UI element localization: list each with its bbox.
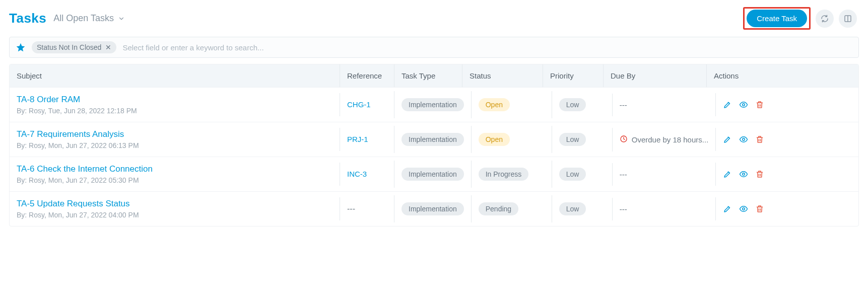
filter-dropdown[interactable]: All Open Tasks xyxy=(53,13,125,24)
view-icon[interactable] xyxy=(739,170,748,179)
create-task-button[interactable]: Create Task xyxy=(747,10,807,27)
task-due-by: --- xyxy=(620,101,627,109)
delete-icon[interactable] xyxy=(755,100,764,109)
edit-icon[interactable] xyxy=(723,100,732,109)
delete-icon[interactable] xyxy=(755,170,764,179)
svg-point-4 xyxy=(743,138,745,141)
task-byline: By: Rosy, Mon, Jun 27, 2022 06:13 PM xyxy=(17,141,332,149)
create-task-highlight: Create Task xyxy=(743,7,811,30)
columns-icon xyxy=(843,14,852,23)
task-reference[interactable]: PRJ-1 xyxy=(347,135,368,143)
search-input[interactable]: Select field or enter a keyword to searc… xyxy=(122,43,852,52)
task-status-pill: Pending xyxy=(479,202,518,215)
filter-chip-remove[interactable]: ✕ xyxy=(105,43,111,51)
filter-chip-status[interactable]: Status Not In Closed ✕ xyxy=(32,41,116,53)
task-status-pill: Open xyxy=(479,98,510,111)
task-priority-pill: Low xyxy=(559,168,586,181)
refresh-button[interactable] xyxy=(816,10,834,28)
view-icon[interactable] xyxy=(739,204,748,213)
task-table: Subject Reference Task Type Status Prior… xyxy=(9,64,859,226)
edit-icon[interactable] xyxy=(723,170,732,179)
task-priority-pill: Low xyxy=(559,133,586,146)
edit-icon[interactable] xyxy=(723,135,732,144)
col-subject[interactable]: Subject xyxy=(10,64,340,87)
columns-button[interactable] xyxy=(839,10,857,28)
table-row: TA-8 Order RAMBy: Rosy, Tue, Jun 28, 202… xyxy=(10,87,858,122)
task-reference: --- xyxy=(347,204,355,213)
page-header: Tasks All Open Tasks Create Task xyxy=(0,0,868,35)
delete-icon[interactable] xyxy=(755,204,764,213)
svg-point-5 xyxy=(742,173,745,176)
view-icon[interactable] xyxy=(739,100,748,109)
table-header: Subject Reference Task Type Status Prior… xyxy=(10,64,858,87)
task-priority-pill: Low xyxy=(559,98,586,111)
task-due-by: --- xyxy=(620,205,627,213)
task-priority-pill: Low xyxy=(559,202,586,215)
view-icon[interactable] xyxy=(739,135,748,144)
task-byline: By: Rosy, Mon, Jun 27, 2022 04:00 PM xyxy=(17,211,332,219)
task-subject-link[interactable]: TA-6 Check the Internet Connection xyxy=(17,164,332,174)
task-byline: By: Rosy, Mon, Jun 27, 2022 05:30 PM xyxy=(17,176,332,184)
task-byline: By: Rosy, Tue, Jun 28, 2022 12:18 PM xyxy=(17,107,332,115)
svg-point-6 xyxy=(742,208,745,210)
filter-dropdown-label: All Open Tasks xyxy=(53,13,114,24)
page-title: Tasks xyxy=(9,11,46,26)
task-reference[interactable]: INC-3 xyxy=(347,170,367,178)
task-subject-link[interactable]: TA-8 Order RAM xyxy=(17,95,332,105)
svg-point-2 xyxy=(742,104,745,106)
task-reference[interactable]: CHG-1 xyxy=(347,100,371,109)
task-subject-link[interactable]: TA-7 Requirements Analysis xyxy=(17,129,332,139)
table-row: TA-7 Requirements AnalysisBy: Rosy, Mon,… xyxy=(10,122,858,157)
chevron-down-icon xyxy=(118,15,125,22)
refresh-icon xyxy=(820,14,829,23)
task-status-pill: In Progress xyxy=(479,168,529,181)
search-bar[interactable]: Status Not In Closed ✕ Select field or e… xyxy=(9,37,859,58)
col-reference[interactable]: Reference xyxy=(340,64,394,87)
star-icon[interactable] xyxy=(16,42,26,52)
task-due-by: --- xyxy=(620,170,627,179)
task-type-pill: Implementation xyxy=(402,133,464,146)
table-row: TA-6 Check the Internet ConnectionBy: Ro… xyxy=(10,157,858,191)
task-type-pill: Implementation xyxy=(402,98,464,111)
col-task-type[interactable]: Task Type xyxy=(394,64,462,87)
task-subject-link[interactable]: TA-5 Update Requests Status xyxy=(17,199,332,209)
filter-chip-label: Status Not In Closed xyxy=(37,43,101,51)
task-type-pill: Implementation xyxy=(402,168,464,181)
task-due-by: Overdue by 18 hours... xyxy=(632,135,709,144)
col-due-by[interactable]: Due By xyxy=(603,64,706,87)
col-actions: Actions xyxy=(706,64,858,87)
table-row: TA-5 Update Requests StatusBy: Rosy, Mon… xyxy=(10,191,858,226)
col-status[interactable]: Status xyxy=(462,64,543,87)
task-type-pill: Implementation xyxy=(402,202,464,215)
col-priority[interactable]: Priority xyxy=(543,64,603,87)
overdue-clock-icon xyxy=(620,135,628,144)
delete-icon[interactable] xyxy=(755,135,764,144)
task-status-pill: Open xyxy=(479,133,510,146)
edit-icon[interactable] xyxy=(723,204,732,213)
